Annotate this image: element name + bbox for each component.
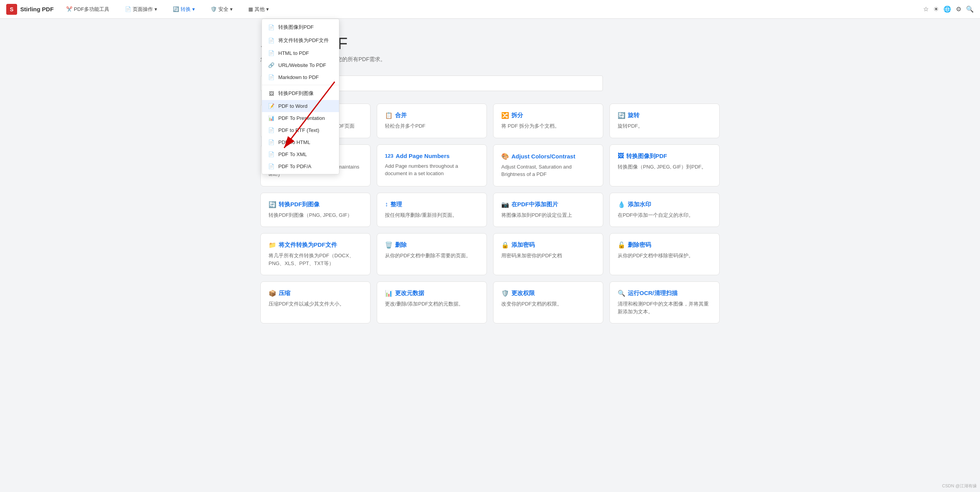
dropdown-item-pdf-to-rtf[interactable]: 📄 PDF to RTF (Text) bbox=[262, 124, 339, 136]
card-delete[interactable]: 🗑️ 删除 从你的PDF文档中删除不需要的页面。 bbox=[377, 233, 487, 275]
card-compress[interactable]: 📦 压缩 压缩PDF文件以减少其文件大小。 bbox=[260, 281, 371, 323]
nav-item-page-ops[interactable]: 📄 页面操作 ▾ bbox=[122, 4, 160, 14]
other-chevron-icon: ▾ bbox=[266, 6, 269, 12]
card-title-adjust-colors: Adjust Colors/Contrast bbox=[511, 153, 575, 160]
dropdown-label-pdf-to-xml: PDF To XML bbox=[278, 151, 307, 157]
dropdown-item-pdf-to-img[interactable]: 🖼 转换PDF到图像 bbox=[262, 87, 339, 100]
card-title-permissions: 更改权限 bbox=[511, 290, 535, 297]
nav-label-pdf-tools: PDF多功能工具 bbox=[74, 6, 109, 13]
nav-label-security: 安全 bbox=[218, 6, 228, 13]
delete-card-icon: 🗑️ bbox=[385, 241, 393, 249]
nav-label-convert: 转换 bbox=[181, 6, 191, 13]
language-icon[interactable]: 🌐 bbox=[943, 5, 951, 13]
card-adjust-colors[interactable]: 🎨 Adjust Colors/Contrast Adjust Contrast… bbox=[493, 144, 603, 186]
image-icon: 🖼 bbox=[268, 91, 274, 97]
card-add-page-numbers[interactable]: 123 Add Page Numbers Add Page numbers th… bbox=[377, 144, 487, 186]
ppt-icon: 📊 bbox=[268, 115, 274, 121]
card-title-ocr: 运行OCR/清理扫描 bbox=[628, 290, 678, 297]
colors-card-icon: 🎨 bbox=[501, 153, 509, 160]
card-desc-file-to-pdf: 将几乎所有文件转换为PDF（DOCX、PNG、XLS、PPT、TXT等） bbox=[269, 252, 362, 267]
nav-item-pdf-tools[interactable]: ✂️ PDF多功能工具 bbox=[63, 4, 112, 14]
brand-logo: S bbox=[6, 4, 17, 15]
dropdown-item-pdf-to-ppt[interactable]: 📊 PDF To Presentation bbox=[262, 112, 339, 124]
card-title-add-page-numbers: Add Page Numbers bbox=[396, 153, 450, 159]
card-title-add-image: 在PDF中添加图片 bbox=[511, 201, 558, 208]
dropdown-label-file-to-pdf: 将文件转换为PDF文件 bbox=[278, 37, 329, 44]
dropdown-item-img-to-pdf[interactable]: 📄 转换图像到PDF bbox=[262, 21, 339, 34]
card-desc-split: 将 PDF 拆分为多个文档。 bbox=[501, 122, 595, 130]
sort-card-icon: ↕️ bbox=[385, 201, 388, 208]
card-title-metadata: 更改元数据 bbox=[395, 290, 424, 297]
dropdown-item-file-to-pdf[interactable]: 📄 将文件转换为PDF文件 bbox=[262, 34, 339, 47]
dropdown-item-url-to-pdf[interactable]: 🔗 URL/Website To PDF bbox=[262, 59, 339, 71]
page-icon: 📄 bbox=[125, 6, 131, 12]
card-permissions[interactable]: 🛡️ 更改权限 改变你的PDF文档的权限。 bbox=[493, 281, 603, 323]
convert-icon: 🔄 bbox=[173, 6, 179, 12]
card-title-add-watermark: 添加水印 bbox=[628, 201, 651, 208]
card-desc-pdf-to-img: 转换PDF到图像（PNG, JPEG, GIF） bbox=[269, 211, 362, 219]
bookmark-icon[interactable]: ☆ bbox=[923, 5, 929, 13]
card-ocr[interactable]: 🔍 运行OCR/清理扫描 清理和检测PDF中的文本图像，并将其重新添加为文本。 bbox=[609, 281, 720, 323]
nav-item-other[interactable]: ▦ 其他 ▾ bbox=[245, 4, 272, 14]
card-desc-add-watermark: 在PDF中添加一个自定义的水印。 bbox=[618, 211, 711, 219]
card-desc-adjust-colors: Adjust Contrast, Saturation and Brightne… bbox=[501, 163, 595, 178]
convert-chevron-icon: ▾ bbox=[192, 6, 195, 12]
numbers-card-icon: 123 bbox=[385, 153, 393, 159]
dropdown-item-html-to-pdf[interactable]: 📄 HTML to PDF bbox=[262, 47, 339, 59]
card-title-file-to-pdf: 将文件转换为PDF文件 bbox=[279, 241, 337, 249]
split-card-icon: 🔀 bbox=[501, 112, 509, 119]
card-title-split: 拆分 bbox=[511, 112, 523, 119]
card-desc-delete: 从你的PDF文档中删除不需要的页面。 bbox=[385, 252, 479, 260]
dropdown-label-pdf-to-rtf: PDF to RTF (Text) bbox=[278, 127, 319, 133]
navbar-left: S Stirling PDF ✂️ PDF多功能工具 📄 页面操作 ▾ 🔄 转换… bbox=[6, 4, 923, 15]
dropdown-label-md-to-pdf: Markdown to PDF bbox=[278, 74, 319, 80]
metadata-card-icon: 📊 bbox=[385, 290, 393, 297]
card-title-pdf-to-img: 转换PDF到图像 bbox=[279, 201, 320, 208]
doc-icon-2: 📄 bbox=[268, 38, 274, 44]
add-image-card-icon: 📷 bbox=[501, 201, 509, 208]
dropdown-label-pdf-to-ppt: PDF To Presentation bbox=[278, 115, 325, 121]
dropdown-item-pdf-to-word[interactable]: 📝 PDF to Word bbox=[262, 100, 339, 112]
card-file-to-pdf[interactable]: 📁 将文件转换为PDF文件 将几乎所有文件转换为PDF（DOCX、PNG、XLS… bbox=[260, 233, 371, 275]
watermark-card-icon: 💧 bbox=[618, 201, 625, 208]
card-title-remove-password: 删除密码 bbox=[628, 241, 651, 249]
card-desc-compress: 压缩PDF文件以减少其文件大小。 bbox=[269, 300, 362, 308]
brand[interactable]: S Stirling PDF bbox=[6, 4, 54, 15]
card-sort[interactable]: ↕️ 整理 按任何顺序删除/重新排列页面。 bbox=[377, 193, 487, 227]
card-add-image[interactable]: 📷 在PDF中添加图片 将图像添加到PDF的设定位置上 bbox=[493, 193, 603, 227]
dropdown-label-html-to-pdf: HTML to PDF bbox=[278, 50, 309, 56]
card-remove-password[interactable]: 🔓 删除密码 从你的PDF文档中移除密码保护。 bbox=[609, 233, 720, 275]
img-to-pdf-card-icon: 🖼 bbox=[618, 153, 624, 160]
dropdown-item-pdf-to-html[interactable]: 📄 PDF To HTML bbox=[262, 136, 339, 148]
nav-label-page-ops: 页面操作 bbox=[133, 6, 153, 13]
card-desc-merge: 轻松合并多个PDF bbox=[385, 122, 479, 130]
card-title-add-password: 添加密码 bbox=[511, 241, 535, 249]
html-icon: 📄 bbox=[268, 139, 274, 145]
rtf-icon: 📄 bbox=[268, 127, 274, 133]
dropdown-label-pdf-to-pdfa: PDF To PDF/A bbox=[278, 163, 311, 169]
card-metadata[interactable]: 📊 更改元数据 更改/删除/添加PDF文档的元数据。 bbox=[377, 281, 487, 323]
xml-icon: 📄 bbox=[268, 151, 274, 157]
card-add-watermark[interactable]: 💧 添加水印 在PDF中添加一个自定义的水印。 bbox=[609, 193, 720, 227]
card-desc-add-image: 将图像添加到PDF的设定位置上 bbox=[501, 211, 595, 219]
doc-icon-4: 📄 bbox=[268, 74, 274, 80]
card-add-password[interactable]: 🔒 添加密码 用密码来加密你的PDF文档 bbox=[493, 233, 603, 275]
nav-item-security[interactable]: 🛡️ 安全 ▾ bbox=[207, 4, 236, 14]
card-img-to-pdf[interactable]: 🖼 转换图像到PDF 转换图像（PNG, JPEG, GIF）到PDF。 bbox=[609, 144, 720, 186]
dropdown-item-md-to-pdf[interactable]: 📄 Markdown to PDF bbox=[262, 71, 339, 83]
dropdown-item-pdf-to-xml[interactable]: 📄 PDF To XML bbox=[262, 148, 339, 160]
settings-icon[interactable]: ⚙ bbox=[956, 5, 961, 13]
dropdown-item-pdf-to-pdfa[interactable]: 📄 PDF To PDF/A bbox=[262, 160, 339, 172]
card-pdf-to-img[interactable]: 🔄 转换PDF到图像 转换PDF到图像（PNG, JPEG, GIF） bbox=[260, 193, 371, 227]
nav-item-convert[interactable]: 🔄 转换 ▾ bbox=[170, 4, 198, 14]
pdfa-icon: 📄 bbox=[268, 163, 274, 169]
card-desc-permissions: 改变你的PDF文档的权限。 bbox=[501, 300, 595, 308]
card-merge[interactable]: 📋 合并 轻松合并多个PDF bbox=[377, 104, 487, 138]
search-nav-icon[interactable]: 🔍 bbox=[966, 5, 974, 13]
word-icon: 📝 bbox=[268, 103, 274, 109]
card-split[interactable]: 🔀 拆分 将 PDF 拆分为多个文档。 bbox=[493, 104, 603, 138]
navbar: S Stirling PDF ✂️ PDF多功能工具 📄 页面操作 ▾ 🔄 转换… bbox=[0, 0, 980, 19]
theme-icon[interactable]: ☀ bbox=[933, 5, 939, 13]
card-rotate[interactable]: 🔄 旋转 旋转PDF。 bbox=[609, 104, 720, 138]
card-desc-remove-password: 从你的PDF文档中移除密码保护。 bbox=[618, 252, 711, 260]
